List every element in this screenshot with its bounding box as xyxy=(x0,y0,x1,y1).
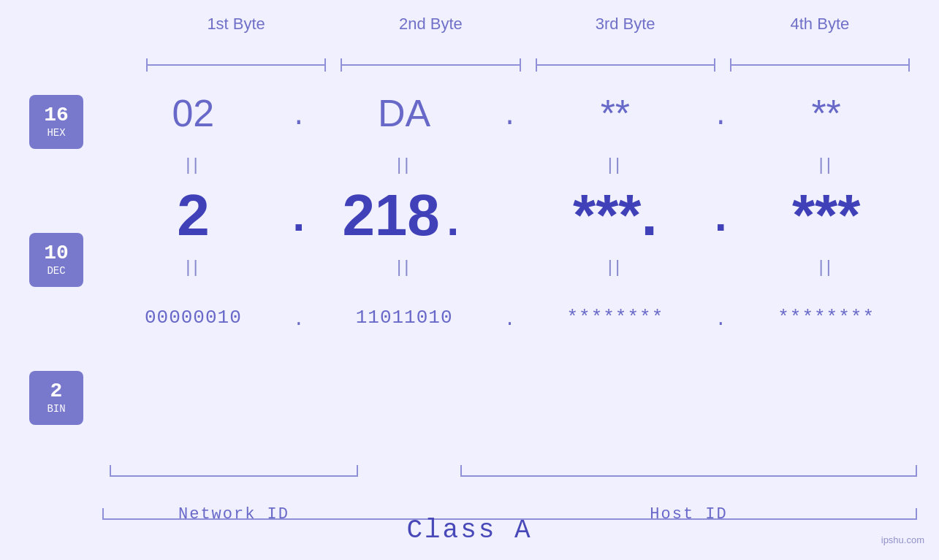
bin-name: BIN xyxy=(47,403,65,415)
hex-value-4: ** xyxy=(811,92,840,134)
byte-header-4: 4th Byte xyxy=(723,15,917,34)
dec-dot-2-empty xyxy=(495,212,525,219)
watermark: ipshu.com xyxy=(881,534,924,545)
eq-2-4: || xyxy=(735,256,917,277)
bin-dot-1: . xyxy=(284,305,313,331)
dec-number: 10 xyxy=(44,243,69,264)
hex-cell-2: DA xyxy=(313,91,495,135)
bin-value-1: 00000010 xyxy=(145,307,242,329)
byte-header-3: 3rd Byte xyxy=(528,15,723,34)
eq-row-1: || || || || xyxy=(102,150,917,179)
dec-value-3: ***. xyxy=(573,183,658,248)
bin-value-3: ******** xyxy=(566,307,664,329)
dec-cell-3: ***. xyxy=(525,182,707,249)
byte-headers: 1st Byte 2nd Byte 3rd Byte 4th Byte xyxy=(139,15,917,34)
eq-1-3: || xyxy=(525,154,707,174)
bin-cell-2: 11011010 xyxy=(313,307,495,329)
bracket-2 xyxy=(341,58,520,72)
eq-1-4: || xyxy=(735,154,917,174)
dec-name: DEC xyxy=(47,265,65,277)
bracket-row xyxy=(139,58,917,72)
hex-cell-4: ** xyxy=(735,91,917,135)
main-grid: 02 . DA . ** . ** || || || || xyxy=(102,77,917,487)
bin-cell-3: ******** xyxy=(525,307,707,329)
eq-row-2: || || || || xyxy=(102,252,917,281)
bin-cell-4: ******** xyxy=(735,307,917,329)
hex-cell-1: 02 xyxy=(102,91,284,135)
hex-cell-3: ** xyxy=(525,91,707,135)
dec-dot-3: . xyxy=(706,187,735,244)
bin-value-2: 11011010 xyxy=(356,307,453,329)
dec-cell-4: *** xyxy=(735,182,917,249)
bin-row: 00000010 . 11011010 . ******** . *******… xyxy=(102,281,917,354)
eq-2-1: || xyxy=(102,256,284,277)
eq-2-2: || xyxy=(313,256,495,277)
bracket-4 xyxy=(730,58,910,72)
dec-value-1: 2 xyxy=(177,183,210,248)
host-id-bracket xyxy=(460,465,917,477)
bottom-bracket-row xyxy=(102,465,917,480)
bin-cell-1: 00000010 xyxy=(102,307,284,329)
base-labels: 16 HEX 10 DEC 2 BIN xyxy=(29,95,83,425)
bin-dot-3: . xyxy=(706,305,735,331)
hex-value-1: 02 xyxy=(172,92,214,134)
hex-dot-2: . xyxy=(495,95,525,132)
bin-number: 2 xyxy=(50,381,63,402)
byte-header-2: 2nd Byte xyxy=(333,15,528,34)
dec-value-4: *** xyxy=(792,183,860,248)
eq-1-1: || xyxy=(102,154,284,174)
hex-value-3: ** xyxy=(601,92,630,134)
bracket-3 xyxy=(536,58,715,72)
hex-dot-3: . xyxy=(706,95,735,132)
hex-dot-1: . xyxy=(284,95,313,132)
class-a-label: Class A xyxy=(0,515,939,545)
bin-dot-2: . xyxy=(495,305,525,331)
hex-badge: 16 HEX xyxy=(29,95,83,149)
hex-row: 02 . DA . ** . ** xyxy=(102,77,917,150)
bin-badge: 2 BIN xyxy=(29,371,83,425)
bracket-1 xyxy=(146,58,326,72)
dec-badge: 10 DEC xyxy=(29,233,83,287)
hex-value-2: DA xyxy=(378,92,430,134)
network-id-bracket xyxy=(110,465,358,477)
hex-number: 16 xyxy=(44,105,69,126)
dec-cell-1: 2 xyxy=(102,182,284,249)
dec-row: 2 . 218. ***. . *** xyxy=(102,179,917,252)
dec-value-2: 218 xyxy=(342,183,439,248)
dec-cell-2: 218. xyxy=(313,182,495,249)
main-container: 1st Byte 2nd Byte 3rd Byte 4th Byte 16 H… xyxy=(0,0,939,560)
bin-value-4: ******** xyxy=(778,307,875,329)
hex-name: HEX xyxy=(47,127,65,139)
eq-1-2: || xyxy=(313,154,495,174)
byte-header-1: 1st Byte xyxy=(139,15,333,34)
dec-dot-1: . xyxy=(284,187,313,244)
eq-2-3: || xyxy=(525,256,707,277)
